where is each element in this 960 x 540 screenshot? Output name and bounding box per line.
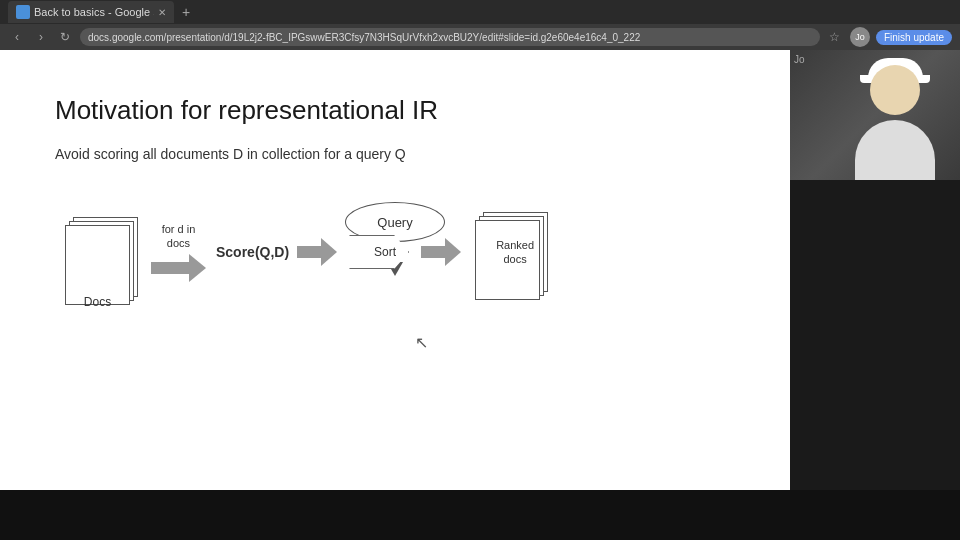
cursor-indicator: ↖ <box>415 333 428 352</box>
slide-area: Motivation for representational IR Avoid… <box>0 50 790 540</box>
person-head <box>870 65 920 115</box>
profile-initial: Jo <box>855 32 865 42</box>
arrow-to-ranked <box>421 238 461 266</box>
sort-chevron: Sort <box>349 235 409 269</box>
tab-favicon <box>16 5 30 19</box>
active-tab[interactable]: Back to basics - Google Slide... ✕ <box>8 1 174 23</box>
finish-update-button[interactable]: Finish update <box>876 30 952 45</box>
slide-title: Motivation for representational IR <box>55 95 735 126</box>
webcam-label: Jo <box>794 54 805 65</box>
tab-title: Back to basics - Google Slide... <box>34 6 154 18</box>
docs-shape: Docs <box>65 217 145 287</box>
browser-chrome: Back to basics - Google Slide... ✕ + ‹ ›… <box>0 0 960 50</box>
diagram-row: Docs for d in docs Score(Q,D) <box>55 212 735 292</box>
docs-label: Docs <box>66 295 129 309</box>
person-body <box>855 120 935 180</box>
slide-content: Motivation for representational IR Avoid… <box>15 65 775 525</box>
for-d-label: for d in docs <box>162 222 196 251</box>
arrow-for-d <box>151 254 206 282</box>
ranked-docs: Ranked docs <box>475 212 555 292</box>
bookmark-icon[interactable]: ☆ <box>826 28 844 46</box>
forward-button[interactable]: › <box>32 28 50 46</box>
reload-button[interactable]: ↻ <box>56 28 74 46</box>
back-button[interactable]: ‹ <box>8 28 26 46</box>
webcam: Jo <box>790 50 960 180</box>
tab-bar: Back to basics - Google Slide... ✕ + <box>0 0 960 24</box>
webcam-video <box>790 50 960 180</box>
for-d-arrow: for d in docs <box>151 222 206 283</box>
new-tab-icon[interactable]: + <box>178 4 194 20</box>
bottom-bar <box>0 490 960 540</box>
tab-close-icon[interactable]: ✕ <box>158 7 166 18</box>
sort-label: Sort <box>362 245 396 259</box>
arrow-to-sort <box>297 238 337 266</box>
profile-icon[interactable]: Jo <box>850 27 870 47</box>
slide-subtitle: Avoid scoring all documents D in collect… <box>55 146 735 162</box>
url-input[interactable] <box>80 28 820 46</box>
address-bar: ‹ › ↻ ☆ Jo Finish update <box>0 24 960 50</box>
doc-paper-3: Docs <box>65 225 130 305</box>
score-box: Score(Q,D) <box>216 244 289 260</box>
ranked-docs-label: Ranked docs <box>496 238 534 267</box>
